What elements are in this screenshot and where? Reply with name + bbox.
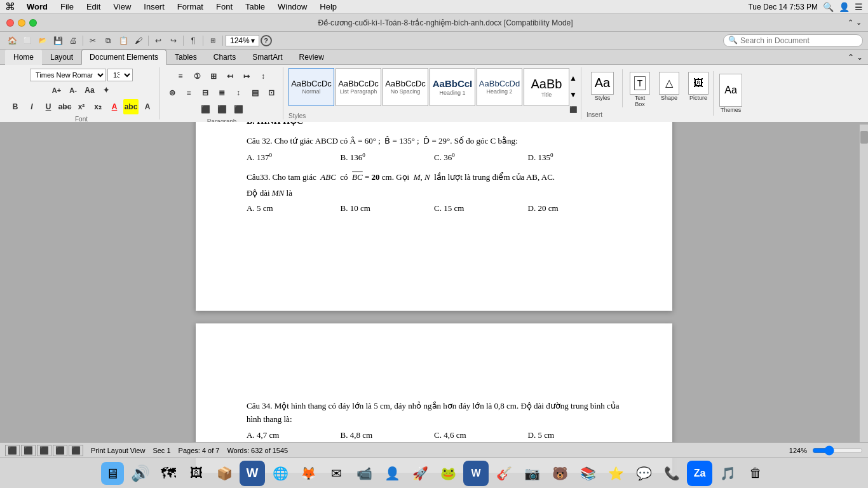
- text-effects-btn[interactable]: ✦: [98, 83, 114, 98]
- window-controls[interactable]: [6, 19, 37, 27]
- home-button[interactable]: 🏠: [5, 34, 19, 47]
- copy-button[interactable]: ⧉: [101, 34, 115, 47]
- menubar-view[interactable]: View: [108, 0, 136, 14]
- menu-icon[interactable]: ☰: [855, 2, 863, 12]
- unordered-list-btn[interactable]: ≡: [173, 69, 188, 84]
- menubar-insert[interactable]: Insert: [139, 0, 170, 14]
- underline-btn[interactable]: U: [41, 99, 56, 114]
- multilevel-list-btn[interactable]: ⊞: [206, 69, 221, 84]
- maximize-button[interactable]: [29, 19, 37, 27]
- font-family-select[interactable]: Times New Roman: [30, 69, 106, 81]
- menubar-format[interactable]: Format: [172, 0, 208, 14]
- minimize-button[interactable]: [18, 19, 25, 27]
- style-heading1[interactable]: AaBbCcI Heading 1: [430, 68, 475, 106]
- bold-btn[interactable]: B: [8, 99, 23, 114]
- picture-btn[interactable]: 🖼 Picture: [685, 69, 712, 110]
- change-case-btn[interactable]: Aa: [82, 83, 97, 98]
- view-btn-5[interactable]: ⬛: [69, 445, 83, 456]
- dock-ibooks[interactable]: 📚: [575, 461, 600, 486]
- styles-more[interactable]: ⬛: [569, 106, 577, 113]
- superscript-btn[interactable]: x²: [74, 99, 89, 114]
- menubar-window[interactable]: Window: [273, 0, 312, 14]
- menubar-file[interactable]: File: [55, 0, 79, 14]
- dock-siri[interactable]: 🔊: [128, 461, 153, 486]
- menubar-table[interactable]: Table: [240, 0, 270, 14]
- dock-bear[interactable]: 🐻: [547, 461, 573, 486]
- view-btn-1[interactable]: ⬛: [5, 445, 20, 456]
- document-area[interactable]: B. HÌNH HỌC Câu 32. Cho tứ giác ABCD có …: [0, 122, 868, 473]
- dock-firefox[interactable]: 🦊: [295, 461, 321, 486]
- dock-chrome[interactable]: 🌐: [268, 461, 293, 486]
- dock-garageband[interactable]: 🎸: [491, 461, 517, 486]
- highlight-btn[interactable]: abc: [123, 99, 139, 114]
- table-btn[interactable]: ⊞: [206, 34, 220, 47]
- align-center-btn[interactable]: ≡: [181, 85, 196, 100]
- menubar-word[interactable]: Word: [22, 0, 53, 14]
- dock-word2[interactable]: W: [463, 461, 489, 486]
- search-input[interactable]: [723, 34, 863, 47]
- dock-spark[interactable]: ✉: [323, 461, 349, 486]
- dock-maps[interactable]: 🗺: [156, 461, 181, 486]
- margins-btn[interactable]: ⬛: [214, 102, 229, 117]
- dock-finder[interactable]: 🖥: [100, 461, 125, 486]
- dock-capture[interactable]: 📷: [519, 461, 545, 486]
- apple-menu[interactable]: ⌘: [5, 1, 15, 13]
- view-btn-4[interactable]: ⬛: [53, 445, 67, 456]
- styles-scroll-down[interactable]: ▼: [569, 90, 577, 99]
- dock-word[interactable]: W: [240, 461, 265, 486]
- dock-packages[interactable]: 📦: [212, 461, 237, 486]
- save-button[interactable]: 💾: [51, 34, 65, 47]
- dock-frogger[interactable]: 🐸: [435, 461, 461, 486]
- open-button[interactable]: 📂: [36, 34, 50, 47]
- sort-btn[interactable]: ↕: [255, 69, 271, 84]
- themes-btn[interactable]: Aa Themes: [715, 71, 747, 116]
- format-painter[interactable]: 🖌: [132, 34, 146, 47]
- zoom-display[interactable]: 124% ▾: [226, 35, 259, 46]
- pilcrow-button[interactable]: ¶: [186, 34, 200, 47]
- dock-zalo[interactable]: Za: [687, 461, 712, 486]
- undo-button[interactable]: ↩: [151, 34, 165, 47]
- dock-imessage[interactable]: 💬: [631, 461, 656, 486]
- print-button[interactable]: 🖨: [66, 34, 80, 47]
- paste-button[interactable]: 📋: [116, 34, 130, 47]
- subscript-btn[interactable]: x₂: [90, 99, 105, 114]
- menubar-edit[interactable]: Edit: [81, 0, 105, 14]
- font-color-btn[interactable]: A: [107, 99, 122, 114]
- style-no-spacing[interactable]: AaBbCcDc No Spacing: [383, 68, 428, 106]
- cut-button[interactable]: ✂: [86, 34, 100, 47]
- dock-photos[interactable]: 🖼: [184, 461, 209, 486]
- justify-btn[interactable]: ≣: [214, 85, 229, 100]
- ribbon-collapse-btn[interactable]: ⌃: [848, 53, 854, 62]
- increase-font-btn[interactable]: A+: [49, 83, 64, 98]
- font-size-select[interactable]: 13: [107, 69, 133, 81]
- styles-btn-group[interactable]: Aa Styles: [587, 69, 618, 110]
- zoom-slider[interactable]: [812, 445, 863, 456]
- tab-charts[interactable]: Charts: [205, 50, 244, 65]
- columns-btn[interactable]: ⬛: [198, 102, 213, 117]
- styles-scroll-up[interactable]: ▲: [569, 74, 577, 83]
- style-title[interactable]: AaBb Title: [524, 68, 569, 106]
- scrollbar-thumb[interactable]: [860, 131, 868, 144]
- dock-zoom[interactable]: 📹: [351, 461, 377, 486]
- tab-review[interactable]: Review: [290, 50, 332, 65]
- view-btn-3[interactable]: ⬛: [37, 445, 51, 456]
- shading-para-btn[interactable]: ▤: [247, 85, 262, 100]
- redo-button[interactable]: ↪: [166, 34, 180, 47]
- tab-smartart[interactable]: SmartArt: [244, 50, 290, 65]
- menubar-help[interactable]: Help: [315, 0, 342, 14]
- dock-appstore[interactable]: ⭐: [603, 461, 628, 486]
- increase-indent-btn[interactable]: ↦: [239, 69, 254, 84]
- shape-btn[interactable]: △ Shape: [656, 69, 682, 110]
- style-list-paragraph[interactable]: AaBbCcDc List Paragraph: [336, 68, 381, 106]
- border-btn[interactable]: ⊡: [264, 85, 279, 100]
- decrease-indent-btn[interactable]: ↤: [222, 69, 238, 84]
- decrease-font-btn[interactable]: A-: [65, 83, 81, 98]
- style-heading2[interactable]: AaBbCcDd Heading 2: [477, 68, 522, 106]
- user-icon[interactable]: 👤: [839, 2, 850, 12]
- dock-contacts[interactable]: 👤: [379, 461, 405, 486]
- line-spacing-btn[interactable]: ↕: [231, 85, 246, 100]
- orientation-btn[interactable]: ⬛: [231, 102, 246, 117]
- tab-tables[interactable]: Tables: [166, 50, 205, 65]
- collapse-ribbon-button[interactable]: ⌃: [848, 18, 853, 27]
- tab-layout[interactable]: Layout: [42, 50, 81, 65]
